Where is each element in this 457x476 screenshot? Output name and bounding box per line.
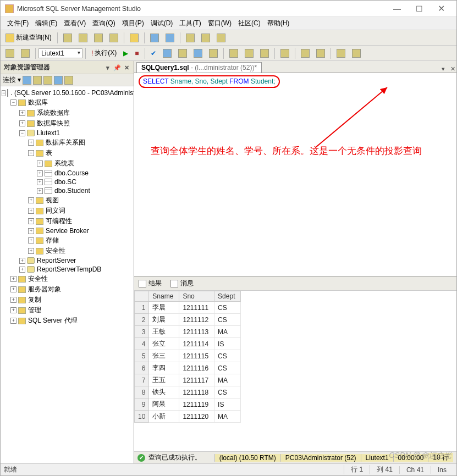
cell[interactable]: 李四 [149, 362, 179, 374]
cell[interactable]: CS [214, 386, 241, 398]
node-student[interactable]: dbo.Student [54, 187, 90, 195]
cell[interactable]: CS [214, 362, 241, 374]
row-number[interactable]: 9 [135, 398, 149, 411]
outdent-button[interactable] [313, 47, 328, 59]
node-sbroker[interactable]: Service Broker [46, 227, 89, 235]
panel-close-button[interactable]: ✕ [123, 64, 130, 71]
menu-tools[interactable]: 工具(T) [176, 18, 204, 29]
node-sc[interactable]: dbo.SC [54, 178, 76, 186]
connect-label[interactable]: 连接 ▾ [3, 75, 21, 85]
save-button[interactable] [147, 32, 162, 44]
tab-dropdown-icon[interactable]: ▾ [439, 65, 447, 73]
node-security[interactable]: 安全性 [28, 274, 48, 284]
stop-icon[interactable] [43, 76, 52, 85]
cell[interactable]: 刘晨 [149, 314, 179, 326]
tb2-btn-8[interactable] [242, 47, 256, 59]
maximize-button[interactable]: ☐ [408, 2, 430, 15]
cell[interactable]: 李晨 [149, 302, 179, 314]
menu-project[interactable]: 项目(P) [119, 18, 147, 29]
node-views[interactable]: 视图 [46, 196, 59, 205]
disconnect-icon[interactable] [33, 76, 42, 85]
tb-btn-4[interactable] [107, 32, 121, 44]
stop-button[interactable]: ■ [132, 48, 141, 59]
menu-view[interactable]: 查看(V) [60, 18, 89, 29]
filter-icon[interactable] [64, 76, 73, 85]
column-header[interactable]: Sname [149, 291, 179, 302]
cell[interactable]: 1211116 [179, 362, 214, 374]
cell[interactable]: MA [214, 411, 241, 423]
node-synonyms[interactable]: 同义词 [46, 206, 65, 215]
cell[interactable]: IS [214, 398, 241, 411]
node-snapshots[interactable]: 数据库快照 [37, 119, 70, 128]
column-header[interactable]: Sdept [214, 291, 241, 302]
cell[interactable]: 1211115 [179, 350, 214, 362]
comment-button[interactable] [334, 47, 348, 59]
node-databases[interactable]: 数据库 [28, 98, 48, 107]
table-row[interactable]: 4张立1211114IS [135, 338, 241, 350]
tb2-btn-2[interactable] [18, 47, 32, 59]
tb-btn-7[interactable] [214, 32, 228, 44]
row-number[interactable]: 1 [135, 302, 149, 314]
cell[interactable]: 1211117 [179, 374, 214, 386]
cell[interactable]: 1211120 [179, 411, 214, 423]
tb2-btn-9[interactable] [257, 47, 272, 59]
table-row[interactable]: 8铁头1211118CS [135, 386, 241, 398]
tb-btn-2[interactable] [76, 32, 90, 44]
parse-button[interactable]: ✔ [148, 48, 159, 59]
debug-play-button[interactable]: ▶ [120, 48, 131, 59]
cell[interactable]: 铁头 [149, 386, 179, 398]
node-report[interactable]: ReportServer [37, 257, 76, 264]
cell[interactable]: MA [214, 374, 241, 386]
menu-query[interactable]: 查询(Q) [89, 18, 118, 29]
cell[interactable]: 1211114 [179, 338, 214, 350]
row-number[interactable]: 4 [135, 338, 149, 350]
cell[interactable]: 1211118 [179, 386, 214, 398]
tb2-btn-1[interactable] [3, 47, 17, 59]
table-row[interactable]: 5张三1211115CS [135, 350, 241, 362]
tb2-btn-5[interactable] [191, 47, 205, 59]
menu-file[interactable]: 文件(F) [4, 18, 32, 29]
row-number[interactable]: 2 [135, 314, 149, 326]
table-row[interactable]: 9阿呆1211119IS [135, 398, 241, 411]
row-number[interactable]: 10 [135, 411, 149, 423]
cell[interactable]: IS [214, 338, 241, 350]
node-programmability[interactable]: 可编程性 [46, 217, 72, 226]
menu-edit[interactable]: 编辑(E) [32, 18, 60, 29]
execute-button[interactable]: ! 执行(X) [89, 47, 119, 59]
results-grid[interactable]: SnameSnoSdept 1李晨1211111CS2刘晨1211112CS3王… [134, 291, 456, 451]
table-row[interactable]: 7王五1211117MA [135, 374, 241, 386]
tb2-btn-6[interactable] [206, 47, 221, 59]
indent-button[interactable] [298, 47, 312, 59]
tree-root[interactable]: . (SQL Server 10.50.1600 - PC03\Administ [10, 89, 134, 97]
cell[interactable]: CS [214, 350, 241, 362]
table-row[interactable]: 3王敏1211113MA [135, 326, 241, 338]
open-button[interactable] [127, 32, 141, 44]
table-row[interactable]: 1李晨1211111CS [135, 302, 241, 314]
minimize-button[interactable]: — [386, 2, 408, 15]
tb-btn-6[interactable] [199, 32, 213, 44]
node-management[interactable]: 管理 [28, 306, 41, 315]
node-sysdb[interactable]: 系统数据库 [37, 108, 70, 118]
query-tab[interactable]: SQLQuery1.sql - (l...dministrator (52))* [136, 62, 262, 73]
cell[interactable]: 王五 [149, 374, 179, 386]
node-security-db[interactable]: 安全性 [46, 246, 65, 256]
node-course[interactable]: dbo.Course [54, 169, 89, 177]
cell[interactable]: 阿呆 [149, 398, 179, 411]
row-number[interactable]: 7 [135, 374, 149, 386]
tb2-btn-10[interactable] [278, 47, 292, 59]
menu-community[interactable]: 社区(C) [235, 18, 264, 29]
tab-close-button[interactable]: ✕ [449, 65, 456, 73]
cell[interactable]: MA [214, 326, 241, 338]
node-serverobj[interactable]: 服务器对象 [28, 285, 61, 294]
table-row[interactable]: 6李四1211116CS [135, 362, 241, 374]
cell[interactable]: CS [214, 314, 241, 326]
object-tree[interactable]: −. (SQL Server 10.50.1600 - PC03\Adminis… [1, 86, 134, 463]
results-tab[interactable]: 结果 [136, 278, 164, 289]
tb2-btn-3[interactable] [160, 47, 174, 59]
node-systables[interactable]: 系统表 [54, 159, 74, 168]
node-diagrams[interactable]: 数据库关系图 [46, 138, 85, 147]
pin-icon[interactable]: 📌 [113, 64, 121, 71]
menu-debug[interactable]: 调试(D) [147, 18, 177, 29]
cell[interactable]: 小新 [149, 411, 179, 423]
cell[interactable]: 张三 [149, 350, 179, 362]
